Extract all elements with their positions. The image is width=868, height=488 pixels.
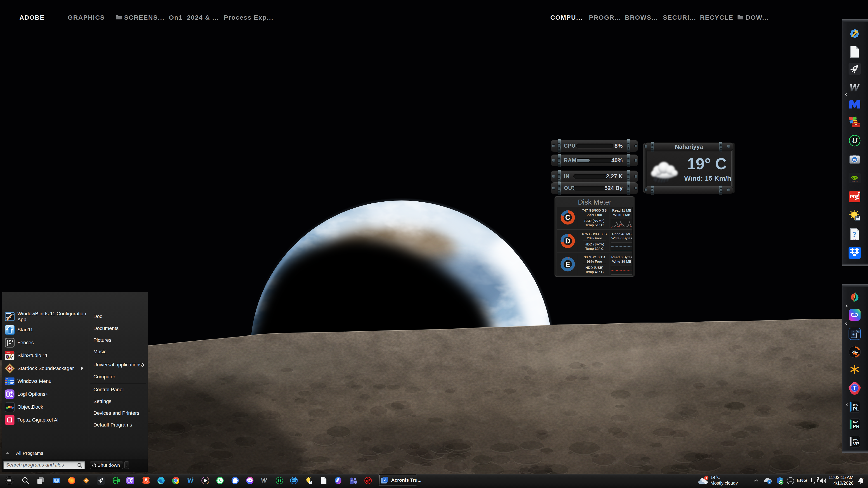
svg-text:W: W bbox=[260, 477, 267, 484]
svg-text:NVIDIA: NVIDIA bbox=[852, 181, 858, 183]
svg-text:U: U bbox=[278, 478, 281, 483]
svg-text:C: C bbox=[565, 214, 570, 222]
svg-text:PR: PR bbox=[853, 424, 860, 429]
svg-text:D×O: D×O bbox=[853, 421, 858, 424]
svg-text:T: T bbox=[351, 480, 353, 483]
svg-text:E: E bbox=[565, 260, 570, 268]
svg-text:MAX: MAX bbox=[853, 354, 857, 355]
svg-text:T: T bbox=[853, 385, 857, 391]
svg-text:D×O: D×O bbox=[853, 438, 858, 441]
svg-text:Start: Start bbox=[5, 378, 8, 379]
svg-text:hp: hp bbox=[853, 158, 857, 161]
svg-text:D: D bbox=[565, 237, 570, 245]
svg-text:AI: AI bbox=[857, 331, 859, 333]
svg-text:-□x: -□x bbox=[12, 314, 14, 315]
svg-text:ON1: ON1 bbox=[852, 350, 858, 353]
svg-text:1: 1 bbox=[706, 476, 707, 480]
svg-text:D×O: D×O bbox=[853, 403, 858, 406]
svg-text:VP: VP bbox=[853, 441, 859, 446]
svg-text:U: U bbox=[852, 137, 857, 145]
svg-text:A: A bbox=[384, 478, 386, 482]
svg-text:?: ? bbox=[852, 230, 857, 239]
svg-text:z: z bbox=[864, 477, 864, 479]
svg-text:i: i bbox=[769, 480, 770, 484]
svg-text:PL: PL bbox=[853, 406, 859, 411]
svg-text:Skin: Skin bbox=[6, 352, 10, 354]
